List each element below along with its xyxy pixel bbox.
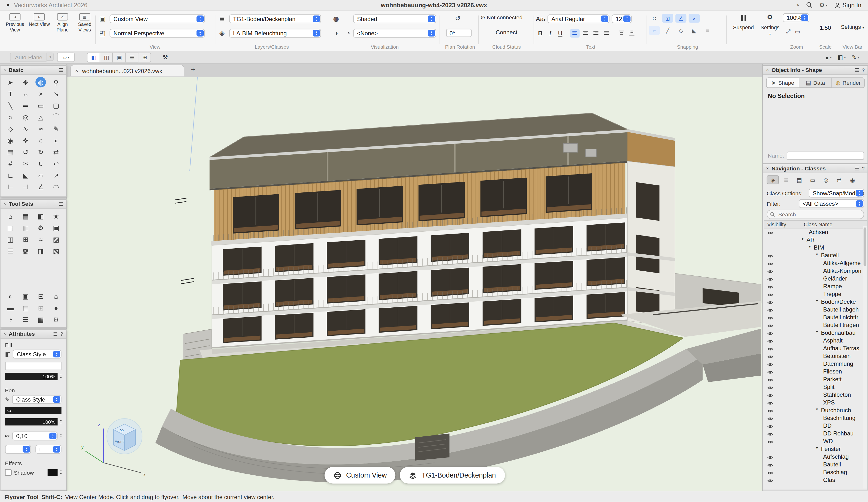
- disclosure-triangle-icon[interactable]: ▾: [816, 407, 818, 411]
- toolset-collapse-tool[interactable]: ⊟: [33, 291, 49, 302]
- class-row[interactable]: ▾BIM: [764, 244, 863, 252]
- dim-right-tool[interactable]: ⊣: [18, 181, 33, 192]
- marker-style-popup[interactable]: ⟝▴▾: [35, 445, 61, 454]
- shadow-stepper[interactable]: ⁚⁚: [60, 471, 62, 473]
- toolset-quarter-tool[interactable]: ◔: [3, 314, 18, 325]
- snap-smart-point-button[interactable]: ×: [689, 14, 700, 23]
- toolset-site-planning-tool[interactable]: ★: [49, 210, 64, 222]
- class-row[interactable]: DD Rohbau: [764, 430, 863, 438]
- tool-preferences-icon[interactable]: ⚒: [163, 54, 168, 61]
- new-tab-button[interactable]: +: [191, 65, 195, 74]
- class-row[interactable]: Betonstein: [764, 353, 863, 360]
- visibility-eye-icon[interactable]: [767, 431, 773, 438]
- class-row[interactable]: Achsen: [764, 229, 863, 236]
- toolset-half-tone-tool[interactable]: ◨: [33, 245, 49, 257]
- scale-value[interactable]: 1:50: [814, 24, 837, 31]
- hatch-tool[interactable]: #: [3, 158, 18, 169]
- text-tool[interactable]: T: [3, 88, 18, 100]
- help-icon[interactable]: ?: [862, 166, 865, 171]
- class-row[interactable]: Daemmung: [764, 360, 863, 368]
- class-list-scrollbar[interactable]: [863, 226, 867, 489]
- pen-color-swatch[interactable]: ↪: [5, 407, 62, 415]
- toolset-column-tool[interactable]: ◫: [3, 233, 18, 245]
- visibility-eye-icon[interactable]: [767, 385, 773, 391]
- class-row[interactable]: Stahlbeton: [764, 391, 863, 399]
- pen-opacity-stepper[interactable]: ⁚⁚: [60, 421, 62, 423]
- toolset-settings-tool[interactable]: ⚙: [49, 314, 64, 325]
- toolset-shade-tool[interactable]: ▨: [49, 233, 64, 245]
- disclosure-triangle-icon[interactable]: ▾: [816, 446, 818, 450]
- line-weight-popup[interactable]: 0,10▴▾: [12, 431, 58, 440]
- class-row[interactable]: ▾Durchbruch: [764, 407, 863, 415]
- font-popup[interactable]: Arial Regular▴▾: [548, 14, 610, 23]
- object-info-header[interactable]: × Object Info - Shape ☰ ?: [763, 66, 868, 75]
- attributes-palette-header[interactable]: × Attributes ☰ ?: [0, 330, 66, 338]
- class-row[interactable]: Aufschlag: [764, 453, 863, 461]
- toolset-screen-tool[interactable]: ▣: [18, 291, 33, 302]
- previous-view-button[interactable]: ◂ Previous View: [3, 13, 27, 33]
- disclosure-triangle-icon[interactable]: ▾: [809, 244, 810, 249]
- dim-arc-tool[interactable]: ◠: [49, 181, 64, 192]
- plan-rotation-icon[interactable]: ↺: [453, 14, 463, 22]
- drawing-area[interactable]: × wohnbebauun...023 v2026.vwx +: [66, 64, 763, 491]
- toolset-machine-design-tool[interactable]: ⚙: [33, 222, 49, 233]
- toolset-list-tool[interactable]: ☰: [18, 314, 33, 325]
- align-plane-button[interactable]: ∠ Align Plane: [51, 13, 74, 33]
- class-popup[interactable]: LA-BIM-Beleuchtung▴▾: [229, 29, 321, 38]
- visibility-eye-icon[interactable]: [767, 393, 773, 399]
- fill-opacity-slider[interactable]: 100%: [5, 373, 58, 380]
- underline-button[interactable]: U: [556, 29, 565, 38]
- status-circle-icon[interactable]: ◔: [796, 2, 799, 8]
- rectangle-tool[interactable]: ▭: [33, 100, 49, 111]
- visibility-eye-icon[interactable]: [767, 362, 773, 368]
- rotate-tool[interactable]: ↻: [33, 146, 49, 158]
- class-row[interactable]: ▾AR: [764, 236, 863, 244]
- classes-icon[interactable]: ◈: [217, 29, 227, 37]
- projection-icon[interactable]: ◧▾: [837, 54, 846, 61]
- toolset-bar-tool[interactable]: ▬: [3, 302, 18, 314]
- point-tool[interactable]: ◌: [33, 134, 49, 146]
- class-row[interactable]: Fliesen: [764, 368, 863, 376]
- projection-popup[interactable]: Normal Perspective▴▾: [110, 29, 205, 38]
- revert-tool[interactable]: ↩: [49, 158, 64, 169]
- menu-icon[interactable]: ☰: [855, 67, 859, 73]
- disclosure-triangle-icon[interactable]: ▾: [816, 330, 818, 334]
- help-icon[interactable]: ?: [60, 331, 63, 337]
- class-row[interactable]: ▾Fenster: [764, 446, 863, 453]
- class-row[interactable]: Rampe: [764, 283, 863, 291]
- snap-edge-button[interactable]: ⌐: [649, 26, 660, 35]
- circle-tool[interactable]: ○: [3, 111, 18, 123]
- toolset-space-planning-tool[interactable]: ⊞: [18, 233, 33, 245]
- nav-tab-saved-views-icon[interactable]: ◎: [820, 176, 832, 185]
- toolset-terrain-tool[interactable]: ≈: [33, 233, 49, 245]
- filter-popup[interactable]: <All Classes>▴▾: [799, 199, 864, 208]
- visibility-eye-icon[interactable]: [767, 478, 773, 484]
- basic-palette-header[interactable]: × Basic ☰: [0, 66, 66, 75]
- visibility-eye-icon[interactable]: [767, 300, 773, 306]
- nav-tab-classes-icon[interactable]: ◈: [767, 176, 779, 185]
- class-row[interactable]: Beschriftung: [764, 415, 863, 422]
- snap-tangent-button[interactable]: ◣: [689, 26, 700, 35]
- toolset-cells-tool[interactable]: ▦: [33, 314, 49, 325]
- toolset-panel-tool[interactable]: ▣: [49, 222, 64, 233]
- chamfer-tool[interactable]: ◣: [18, 169, 33, 181]
- snap-surface-button[interactable]: ≡: [702, 26, 713, 35]
- delete-tool[interactable]: ×: [33, 88, 49, 100]
- toolset-rows-tool[interactable]: ▤: [18, 302, 33, 314]
- view-pill-button[interactable]: Custom View: [324, 467, 396, 484]
- search-icon[interactable]: [806, 2, 813, 8]
- class-row[interactable]: XPS: [764, 399, 863, 407]
- plane-mode-popup[interactable]: ▱▾: [58, 53, 75, 62]
- visibility-eye-icon[interactable]: [767, 315, 773, 322]
- class-row[interactable]: ▾Boden/Decke: [764, 298, 863, 306]
- menu-icon[interactable]: ☰: [855, 166, 859, 171]
- help-icon[interactable]: ?: [862, 67, 865, 73]
- vertical-align-bottom-button[interactable]: [627, 29, 637, 38]
- render-style-icon[interactable]: ●▾: [825, 54, 832, 61]
- class-row[interactable]: WD: [764, 438, 863, 446]
- dim-left-tool[interactable]: ⊢: [3, 181, 18, 192]
- align-justify-button[interactable]: [602, 29, 611, 38]
- visibility-eye-icon[interactable]: [767, 307, 773, 314]
- class-row[interactable]: Beschlag: [764, 469, 863, 476]
- spiral-tool[interactable]: ◉: [3, 134, 18, 146]
